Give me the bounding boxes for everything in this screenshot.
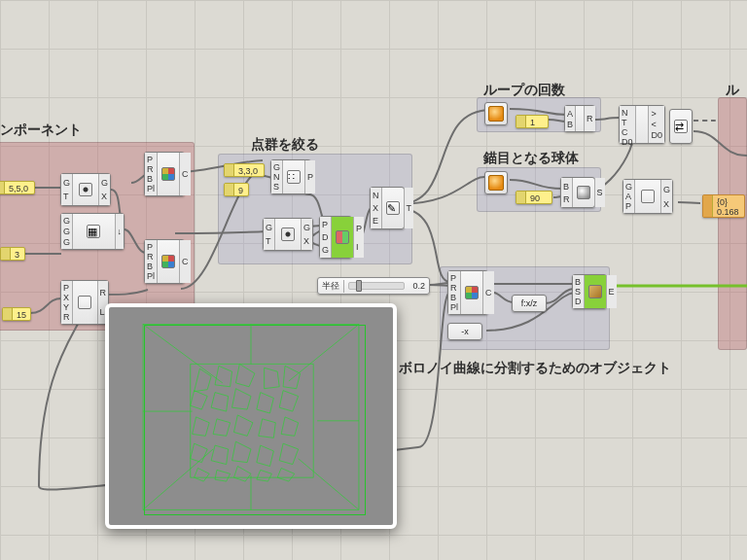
comp-brep-2[interactable]: PRBPl C (144, 239, 185, 284)
comp-construct-point[interactable]: PXYR RL (60, 280, 109, 325)
gap-icon (641, 190, 655, 203)
sphere-icon (577, 186, 590, 199)
panel-result[interactable]: {0} 0.168 (702, 194, 745, 218)
brep-icon (465, 286, 479, 299)
viewport-preview[interactable] (105, 303, 397, 529)
comp-sphere[interactable]: BR S (560, 177, 595, 208)
graft-icon (281, 228, 295, 241)
populate-icon: ∷ (287, 170, 301, 184)
relay-sphere-B[interactable] (484, 171, 508, 194)
group-loop-right (718, 97, 747, 350)
graft-icon (79, 183, 92, 196)
comp-grid[interactable]: GGG ▦ ↓ (60, 213, 124, 250)
comp-graft-1[interactable]: GT GX (60, 173, 111, 206)
grid-icon: ▦ (87, 225, 100, 238)
point-icon (78, 296, 91, 309)
stream-icon: ⇄ (674, 120, 688, 133)
panel-90[interactable]: 90 (516, 191, 552, 204)
title-voronoi: ボロノイ曲線に分割するためのオブジェクト (399, 360, 671, 377)
comp-cull[interactable]: PDG PI (319, 216, 352, 259)
title-cull: 点群を絞る (251, 136, 319, 154)
title-components: ンポーネント (0, 122, 82, 139)
slider-value: 0.2 (409, 281, 429, 291)
comp-brep-voronoi[interactable]: PRBPl C (447, 270, 488, 315)
title-loop: ループの回数 (483, 82, 565, 99)
comp-gap[interactable]: GAP GX (622, 179, 673, 214)
comp-bsd[interactable]: BSD E (572, 274, 607, 309)
cull-icon (336, 230, 349, 244)
expr-fxz[interactable]: f:x/z (512, 295, 547, 312)
comp-equality[interactable]: NTCD0 ><D0 (619, 105, 665, 144)
comp-list[interactable]: NXE ✎ T (370, 187, 405, 229)
panel-1[interactable]: 1 (516, 115, 549, 128)
comp-graft-2[interactable]: GT GX (263, 218, 313, 251)
expr-negx[interactable]: -x (447, 323, 482, 340)
panel-550[interactable]: 5,5,0 (0, 181, 35, 194)
slider-label: 半径 (318, 280, 344, 293)
panel-9[interactable]: 9 (224, 183, 249, 196)
slider-radius[interactable]: 半径 0.2 (317, 277, 430, 295)
panel-330[interactable]: 3,3,0 (224, 163, 265, 177)
brep-icon (161, 255, 175, 268)
comp-populate[interactable]: GNS ∷ P (270, 159, 311, 194)
voronoi-preview (109, 307, 393, 527)
brep-icon (161, 167, 175, 181)
title-loop-right: ル (726, 82, 739, 99)
comp-rec[interactable]: AB R (564, 105, 595, 132)
panel-15[interactable]: 15 (2, 307, 31, 321)
knife-icon: ✎ (386, 201, 400, 215)
panel-3[interactable]: 3 (0, 247, 25, 261)
relay-loop-L[interactable] (484, 102, 508, 125)
title-sphere: 錨目となる球体 (483, 150, 579, 167)
split-icon (588, 285, 602, 298)
comp-stream[interactable]: ⇄ (669, 109, 693, 144)
comp-brep-1[interactable]: PRBPl C (144, 152, 185, 196)
